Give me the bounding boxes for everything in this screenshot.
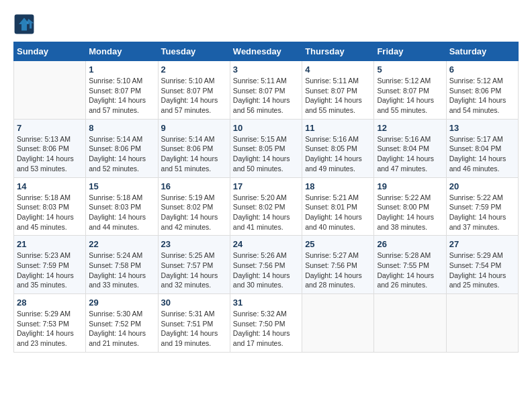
day-number: 21	[17, 239, 83, 249]
header-cell-friday: Friday	[374, 42, 446, 61]
calendar-cell: 10Sunrise: 5:15 AM Sunset: 8:05 PM Dayli…	[230, 119, 302, 177]
header-cell-wednesday: Wednesday	[230, 42, 302, 61]
day-number: 27	[449, 239, 515, 249]
calendar-cell: 5Sunrise: 5:12 AM Sunset: 8:07 PM Daylig…	[374, 61, 446, 120]
calendar-week-2: 7Sunrise: 5:13 AM Sunset: 8:06 PM Daylig…	[14, 119, 519, 177]
day-number: 31	[233, 298, 299, 308]
cell-info: Sunrise: 5:17 AM Sunset: 8:04 PM Dayligh…	[449, 134, 515, 174]
day-number: 23	[161, 239, 227, 249]
header-cell-tuesday: Tuesday	[158, 42, 230, 61]
day-number: 30	[161, 298, 227, 308]
day-number: 17	[233, 181, 299, 191]
header-cell-saturday: Saturday	[446, 42, 518, 61]
calendar-cell	[302, 294, 374, 353]
cell-info: Sunrise: 5:10 AM Sunset: 8:07 PM Dayligh…	[89, 76, 154, 116]
calendar-cell: 4Sunrise: 5:11 AM Sunset: 8:07 PM Daylig…	[302, 61, 374, 120]
cell-info: Sunrise: 5:12 AM Sunset: 8:06 PM Dayligh…	[449, 76, 515, 116]
calendar-cell: 8Sunrise: 5:14 AM Sunset: 8:06 PM Daylig…	[86, 119, 158, 177]
page-header	[13, 13, 519, 35]
calendar-cell	[446, 294, 518, 353]
day-number: 26	[377, 239, 443, 249]
calendar-cell: 13Sunrise: 5:17 AM Sunset: 8:04 PM Dayli…	[446, 119, 518, 177]
calendar-cell: 20Sunrise: 5:22 AM Sunset: 7:59 PM Dayli…	[446, 177, 518, 236]
calendar-cell: 15Sunrise: 5:18 AM Sunset: 8:03 PM Dayli…	[86, 177, 158, 236]
cell-info: Sunrise: 5:16 AM Sunset: 8:05 PM Dayligh…	[305, 134, 371, 174]
cell-info: Sunrise: 5:30 AM Sunset: 7:52 PM Dayligh…	[89, 309, 154, 349]
calendar-cell: 11Sunrise: 5:16 AM Sunset: 8:05 PM Dayli…	[302, 119, 374, 177]
calendar-cell: 30Sunrise: 5:31 AM Sunset: 7:51 PM Dayli…	[158, 294, 230, 353]
header-cell-thursday: Thursday	[302, 42, 374, 61]
day-number: 19	[377, 181, 443, 191]
day-number: 24	[233, 239, 299, 249]
cell-info: Sunrise: 5:24 AM Sunset: 7:58 PM Dayligh…	[89, 250, 154, 290]
cell-info: Sunrise: 5:22 AM Sunset: 8:00 PM Dayligh…	[377, 193, 443, 232]
day-number: 20	[449, 181, 515, 191]
cell-info: Sunrise: 5:28 AM Sunset: 7:55 PM Dayligh…	[377, 250, 443, 290]
calendar-cell: 1Sunrise: 5:10 AM Sunset: 8:07 PM Daylig…	[86, 61, 158, 120]
day-number: 28	[17, 298, 83, 308]
calendar-cell: 2Sunrise: 5:10 AM Sunset: 8:07 PM Daylig…	[158, 61, 230, 120]
cell-info: Sunrise: 5:23 AM Sunset: 7:59 PM Dayligh…	[17, 250, 83, 290]
cell-info: Sunrise: 5:31 AM Sunset: 7:51 PM Dayligh…	[161, 309, 227, 349]
day-number: 1	[89, 64, 154, 75]
cell-info: Sunrise: 5:10 AM Sunset: 8:07 PM Dayligh…	[161, 76, 227, 116]
calendar-header: SundayMondayTuesdayWednesdayThursdayFrid…	[14, 42, 519, 61]
cell-info: Sunrise: 5:29 AM Sunset: 7:53 PM Dayligh…	[17, 309, 83, 349]
cell-info: Sunrise: 5:26 AM Sunset: 7:56 PM Dayligh…	[233, 250, 299, 290]
calendar-cell: 25Sunrise: 5:27 AM Sunset: 7:56 PM Dayli…	[302, 236, 374, 294]
day-number: 2	[161, 64, 227, 75]
header-cell-monday: Monday	[86, 42, 158, 61]
cell-info: Sunrise: 5:14 AM Sunset: 8:06 PM Dayligh…	[89, 134, 154, 174]
calendar-cell: 28Sunrise: 5:29 AM Sunset: 7:53 PM Dayli…	[14, 294, 86, 353]
cell-info: Sunrise: 5:19 AM Sunset: 8:02 PM Dayligh…	[161, 193, 227, 232]
calendar-week-1: 1Sunrise: 5:10 AM Sunset: 8:07 PM Daylig…	[14, 61, 519, 120]
calendar-cell: 12Sunrise: 5:16 AM Sunset: 8:04 PM Dayli…	[374, 119, 446, 177]
cell-info: Sunrise: 5:16 AM Sunset: 8:04 PM Dayligh…	[377, 134, 443, 174]
cell-info: Sunrise: 5:20 AM Sunset: 8:02 PM Dayligh…	[233, 193, 299, 232]
day-number: 5	[377, 64, 443, 75]
calendar-cell: 24Sunrise: 5:26 AM Sunset: 7:56 PM Dayli…	[230, 236, 302, 294]
calendar-table: SundayMondayTuesdayWednesdayThursdayFrid…	[13, 42, 519, 353]
calendar-body: 1Sunrise: 5:10 AM Sunset: 8:07 PM Daylig…	[14, 61, 519, 353]
header-cell-sunday: Sunday	[14, 42, 86, 61]
calendar-week-5: 28Sunrise: 5:29 AM Sunset: 7:53 PM Dayli…	[14, 294, 519, 353]
day-number: 16	[161, 181, 227, 191]
day-number: 7	[17, 123, 83, 133]
cell-info: Sunrise: 5:11 AM Sunset: 8:07 PM Dayligh…	[305, 76, 371, 116]
day-number: 25	[305, 239, 371, 249]
cell-info: Sunrise: 5:27 AM Sunset: 7:56 PM Dayligh…	[305, 250, 371, 290]
day-number: 9	[161, 123, 227, 133]
cell-info: Sunrise: 5:13 AM Sunset: 8:06 PM Dayligh…	[17, 134, 83, 174]
day-number: 14	[17, 181, 83, 191]
header-row: SundayMondayTuesdayWednesdayThursdayFrid…	[14, 42, 519, 61]
calendar-cell: 23Sunrise: 5:25 AM Sunset: 7:57 PM Dayli…	[158, 236, 230, 294]
calendar-cell: 27Sunrise: 5:29 AM Sunset: 7:54 PM Dayli…	[446, 236, 518, 294]
calendar-cell	[14, 61, 86, 120]
cell-info: Sunrise: 5:11 AM Sunset: 8:07 PM Dayligh…	[233, 76, 299, 116]
cell-info: Sunrise: 5:15 AM Sunset: 8:05 PM Dayligh…	[233, 134, 299, 174]
day-number: 3	[233, 64, 299, 75]
cell-info: Sunrise: 5:12 AM Sunset: 8:07 PM Dayligh…	[377, 76, 443, 116]
day-number: 11	[305, 123, 371, 133]
cell-info: Sunrise: 5:25 AM Sunset: 7:57 PM Dayligh…	[161, 250, 227, 290]
calendar-week-4: 21Sunrise: 5:23 AM Sunset: 7:59 PM Dayli…	[14, 236, 519, 294]
calendar-cell: 16Sunrise: 5:19 AM Sunset: 8:02 PM Dayli…	[158, 177, 230, 236]
calendar-cell: 17Sunrise: 5:20 AM Sunset: 8:02 PM Dayli…	[230, 177, 302, 236]
calendar-cell: 3Sunrise: 5:11 AM Sunset: 8:07 PM Daylig…	[230, 61, 302, 120]
logo-icon	[13, 13, 35, 35]
calendar-cell: 29Sunrise: 5:30 AM Sunset: 7:52 PM Dayli…	[86, 294, 158, 353]
day-number: 18	[305, 181, 371, 191]
day-number: 13	[449, 123, 515, 133]
cell-info: Sunrise: 5:14 AM Sunset: 8:06 PM Dayligh…	[161, 134, 227, 174]
cell-info: Sunrise: 5:21 AM Sunset: 8:01 PM Dayligh…	[305, 193, 371, 232]
calendar-cell: 6Sunrise: 5:12 AM Sunset: 8:06 PM Daylig…	[446, 61, 518, 120]
day-number: 12	[377, 123, 443, 133]
calendar-cell: 18Sunrise: 5:21 AM Sunset: 8:01 PM Dayli…	[302, 177, 374, 236]
calendar-cell: 19Sunrise: 5:22 AM Sunset: 8:00 PM Dayli…	[374, 177, 446, 236]
calendar-cell: 9Sunrise: 5:14 AM Sunset: 8:06 PM Daylig…	[158, 119, 230, 177]
day-number: 4	[305, 64, 371, 75]
cell-info: Sunrise: 5:18 AM Sunset: 8:03 PM Dayligh…	[17, 193, 83, 232]
calendar-cell	[374, 294, 446, 353]
calendar-cell: 26Sunrise: 5:28 AM Sunset: 7:55 PM Dayli…	[374, 236, 446, 294]
calendar-cell: 22Sunrise: 5:24 AM Sunset: 7:58 PM Dayli…	[86, 236, 158, 294]
